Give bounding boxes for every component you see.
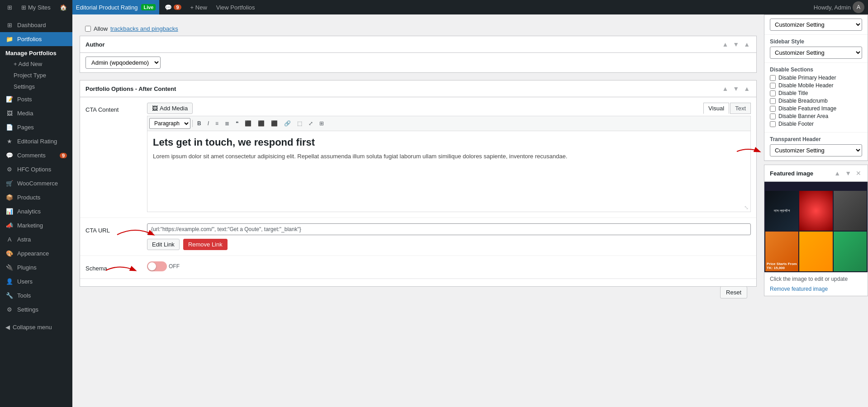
sidebar-item-products[interactable]: 📦 Products (0, 190, 72, 204)
sidebar-item-media[interactable]: 🖼 Media (0, 106, 72, 120)
sidebar-item-editorial-rating[interactable]: ★ Editorial Rating (0, 134, 72, 148)
sidebar-item-settings[interactable]: ⚙ Settings (0, 303, 72, 317)
avatar: A (853, 1, 864, 13)
po-collapse-up[interactable]: ▲ (721, 84, 729, 93)
author-collapse-down[interactable]: ▼ (732, 40, 740, 49)
sidebar-item-astra[interactable]: A Astra (0, 232, 72, 246)
disable-featured-image-checkbox[interactable] (770, 106, 776, 112)
reset-row: Reset (80, 279, 756, 286)
sidebar-item-tools[interactable]: 🔧 Tools (0, 289, 72, 303)
sidebar-item-project-type[interactable]: Project Type (0, 70, 72, 81)
arrow3 (104, 261, 140, 279)
table-button[interactable]: ⊞ (317, 118, 327, 128)
sidebar-item-analytics[interactable]: 📊 Analytics (0, 204, 72, 218)
align-right-button[interactable]: ⬛ (268, 118, 280, 128)
sidebar-item-comments[interactable]: 💬 Comments 9 (0, 148, 72, 162)
sidebar-item-marketing[interactable]: 📣 Marketing (0, 218, 72, 232)
edit-link-button[interactable]: Edit Link (147, 239, 180, 250)
site-name[interactable]: Editorial Product Rating Live (72, 0, 160, 14)
sidebar-item-pages[interactable]: 📄 Pages (0, 120, 72, 134)
sidebar-label-plugins: Plugins (17, 264, 37, 271)
link-button[interactable]: 🔗 (281, 118, 294, 128)
customizer-select-3[interactable]: Customizer Setting (770, 144, 862, 156)
tools-icon: 🔧 (5, 292, 14, 299)
disable-footer-checkbox[interactable] (770, 121, 776, 127)
sidebar-item-woocommerce[interactable]: 🛒 WooCommerce (0, 176, 72, 190)
sidebar-item-settings[interactable]: Settings (0, 81, 72, 92)
add-media-button[interactable]: 🖼 Add Media (147, 103, 193, 114)
media-icon: 🖼 (5, 110, 14, 117)
sidebar-item-users[interactable]: 👤 Users (0, 274, 72, 289)
sidebar-item-plugins[interactable]: 🔌 Plugins (0, 260, 72, 274)
disable-primary-header: Disable Primary Header (770, 75, 862, 81)
fi-close[interactable]: ✕ (855, 169, 862, 178)
my-sites-icon: ⊞ (21, 4, 26, 11)
featured-image-panel: Featured image ▲ ▼ ✕ দাস ল্যাপটপ (764, 165, 868, 296)
customizer-select-1[interactable]: Customizer Setting (770, 19, 862, 31)
resize-handle[interactable]: ⤡ (744, 204, 749, 211)
new-link[interactable]: + New (187, 0, 211, 14)
disable-mobile-header-checkbox[interactable] (770, 83, 776, 89)
main-content: Allow trackbacks and pingbacks Author ▲ … (72, 14, 764, 407)
fi-down[interactable]: ▼ (844, 169, 852, 178)
transparent-header-label: Transparent Header (770, 136, 862, 142)
editor-content[interactable]: Lets get in touch, we respond first Lore… (147, 131, 751, 212)
my-sites[interactable]: ⊞ My Sites (18, 0, 54, 14)
comments-icon: 💬 (5, 152, 14, 159)
remove-featured-image-link[interactable]: Remove featured image (764, 286, 868, 296)
author-select[interactable]: Admin (wpqodedemo) (85, 57, 161, 69)
align-center-button[interactable]: ⬛ (255, 118, 267, 128)
disable-breadcrumb-checkbox[interactable] (770, 98, 776, 104)
trackbacks-link[interactable]: trackbacks and pingbacks (110, 25, 178, 32)
bold-button[interactable]: B (194, 118, 204, 128)
schema-toggle[interactable]: OFF (147, 261, 180, 271)
howdy: Howdy, Admin A (814, 1, 864, 13)
italic-button[interactable]: I (205, 118, 212, 128)
sidebar-label-users: Users (17, 278, 33, 285)
visual-tab[interactable]: Visual (703, 103, 729, 114)
ul-button[interactable]: ≡ (213, 118, 221, 128)
collapse-menu[interactable]: ◀ Collapse menu (0, 320, 72, 334)
ol-button[interactable]: ≣ (222, 118, 232, 128)
align-left-button[interactable]: ⬛ (242, 118, 254, 128)
comment-icon: 💬 (165, 4, 172, 11)
more-button[interactable]: ⬚ (294, 118, 305, 128)
trackbacks-checkbox[interactable] (85, 26, 91, 32)
sidebar-label-analytics: Analytics (17, 208, 41, 215)
reset-button[interactable]: Reset (720, 286, 747, 298)
portfolios-icon: 📁 (5, 36, 14, 43)
wp-logo[interactable]: ⊞ (4, 0, 16, 14)
customizer-select-2[interactable]: Customizer Setting (770, 47, 862, 59)
text-tab[interactable]: Text (730, 103, 751, 114)
blockquote-button[interactable]: ❝ (233, 118, 241, 128)
paragraph-select[interactable]: Paragraph (149, 118, 190, 129)
disable-primary-header-checkbox[interactable] (770, 75, 776, 81)
author-collapse-up[interactable]: ▲ (721, 40, 729, 49)
sidebar-item-posts[interactable]: 📝 Posts (0, 92, 72, 106)
toggle-track[interactable] (147, 261, 167, 271)
sidebar-item-add-new[interactable]: + Add New (0, 58, 72, 70)
fullscreen-button[interactable]: ⤢ (306, 118, 316, 128)
author-toggle[interactable]: ▲ (743, 40, 751, 49)
sidebar-item-portfolios[interactable]: 📁 Portfolios (0, 32, 72, 46)
fi-up[interactable]: ▲ (833, 169, 841, 178)
featured-image-display[interactable]: দাস ল্যাপটপ Price Starts From TK: 15,000 (764, 182, 868, 272)
disable-banner-area: Disable Banner Area (770, 113, 862, 119)
sidebar-item-appearance[interactable]: 🎨 Appearance (0, 246, 72, 260)
author-controls: ▲ ▼ ▲ (721, 40, 751, 49)
home-link[interactable]: 🏠 (56, 0, 71, 14)
portfolio-options-title: Portfolio Options - After Content (85, 85, 176, 92)
comments-link[interactable]: 💬 9 (161, 0, 185, 14)
collapse-icon: ◀ (5, 324, 10, 331)
url-input[interactable] (147, 223, 751, 235)
po-toggle[interactable]: ▲ (743, 84, 751, 93)
sidebar-item-dashboard[interactable]: ⊞ Dashboard (0, 18, 72, 32)
remove-link-button[interactable]: Remove Link (183, 239, 228, 250)
sidebar-item-hfc-options[interactable]: ⚙ HFC Options (0, 162, 72, 176)
disable-title-checkbox[interactable] (770, 90, 776, 96)
view-portfolios[interactable]: View Portfolios (213, 0, 259, 14)
sidebar-label-media: Media (17, 110, 33, 117)
fi-grid: দাস ল্যাপটপ Price Starts From TK: 15,000 (764, 190, 868, 272)
disable-banner-area-checkbox[interactable] (770, 114, 776, 119)
po-collapse-down[interactable]: ▼ (732, 84, 740, 93)
